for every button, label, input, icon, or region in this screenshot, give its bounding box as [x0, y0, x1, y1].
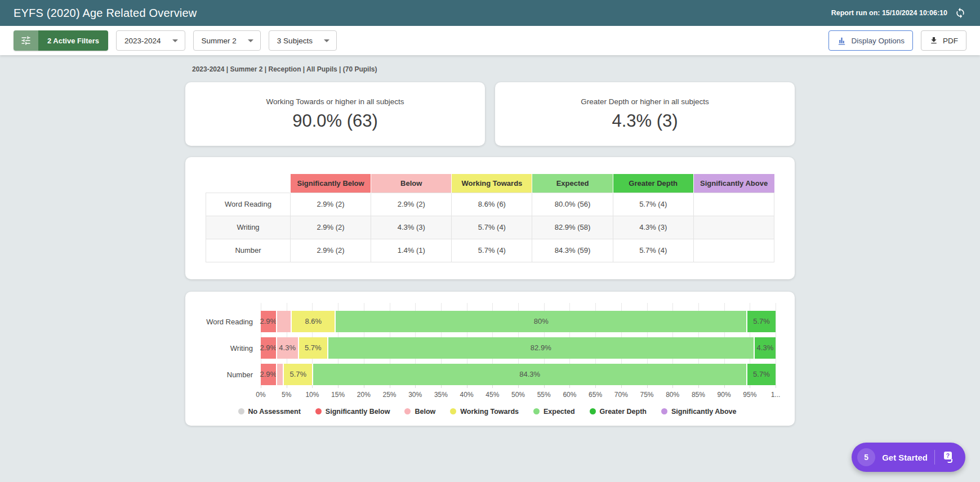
table-row: Word Reading2.9% (2)2.9% (2)8.6% (6)80.0… [206, 193, 774, 216]
axis-tick-mark [698, 385, 699, 388]
bar-segment-significantly-below: 2.9% [261, 364, 276, 385]
table-row: Number2.9% (2)1.4% (1)5.7% (4)84.3% (59)… [206, 239, 774, 262]
chart-bar-row: Number2.9%5.7%84.3%5.7% [261, 364, 776, 385]
display-options-button[interactable]: Display Options [828, 30, 913, 51]
chart-plot-area: Word Reading2.9%8.6%80%5.7%Writing2.9%4.… [261, 311, 776, 385]
legend-item-significantly-above[interactable]: Significantly Above [661, 408, 737, 416]
axis-tick-mark [776, 385, 776, 388]
axis-tick-mark [312, 385, 313, 388]
refresh-icon[interactable] [954, 7, 966, 19]
bar-segment-expected: 84.3% [312, 364, 746, 385]
table-corner-cell [206, 174, 291, 193]
axis-tick-label: 20% [357, 391, 371, 399]
chevron-down-icon [248, 39, 253, 42]
subjects-dropdown[interactable]: 3 Subjects [269, 30, 337, 51]
axis-tick-label: 65% [589, 391, 602, 399]
table-column-header: Greater Depth [613, 174, 693, 193]
legend-item-greater-depth[interactable]: Greater Depth [590, 408, 647, 416]
bar-segment-significantly-below: 2.9% [261, 337, 276, 359]
axis-tick-mark [647, 385, 648, 388]
bar-segment-below [276, 311, 291, 332]
table-column-header: Below [371, 174, 452, 193]
legend-item-expected[interactable]: Expected [533, 408, 575, 416]
legend-label: Below [415, 408, 435, 416]
axis-tick-label: 90% [718, 391, 731, 399]
chart-row-label: Word Reading [199, 317, 253, 325]
bar-segment-greater-depth: 5.7% [746, 364, 776, 385]
table-row-label: Writing [206, 216, 291, 239]
axis-tick-mark [415, 385, 416, 388]
table-cell: 2.9% (2) [371, 193, 452, 216]
term-dropdown[interactable]: Summer 2 [193, 30, 261, 51]
table-cell: 1.4% (1) [371, 239, 452, 262]
table-cell: 2.9% (2) [291, 193, 371, 216]
axis-tick-label: 85% [692, 391, 705, 399]
table-column-header: Expected [532, 174, 613, 193]
help-chat-icon[interactable]: ? [942, 450, 956, 465]
table-cell: 4.3% (3) [613, 216, 693, 239]
table-cell [693, 239, 774, 262]
table-row: Writing2.9% (2)4.3% (3)5.7% (4)82.9% (58… [206, 216, 774, 239]
legend-label: Greater Depth [600, 408, 647, 416]
axis-tick-mark [518, 385, 519, 388]
pdf-label: PDF [943, 37, 958, 45]
axis-tick-label: 1... [771, 391, 781, 399]
axis-tick-label: 75% [640, 391, 653, 399]
legend-dot [590, 408, 596, 414]
get-started-button[interactable]: 5 Get Started ? [852, 443, 965, 472]
table-cell: 5.7% (4) [452, 239, 532, 262]
stacked-bar-chart-card: Word Reading2.9%8.6%80%5.7%Writing2.9%4.… [185, 292, 795, 426]
table-cell: 2.9% (2) [291, 239, 371, 262]
pdf-button[interactable]: PDF [921, 30, 966, 51]
download-icon [929, 36, 938, 45]
axis-tick-mark [467, 385, 467, 388]
axis-tick-label: 15% [331, 391, 345, 399]
axis-tick-label: 55% [537, 391, 551, 399]
axis-tick-mark [724, 385, 725, 388]
chart-row-label: Writing [199, 343, 253, 352]
axis-tick-label: 45% [485, 391, 499, 399]
legend-item-working-towards[interactable]: Working Towards [450, 408, 519, 416]
legend-label: No Assessment [248, 408, 301, 416]
bar-segment-below: 4.3% [276, 337, 298, 359]
report-content: 2023-2024 | Summer 2 | Reception | All P… [0, 55, 980, 426]
axis-tick-label: 10% [305, 391, 319, 399]
get-started-label: Get Started [882, 453, 928, 462]
axis-tick-label: 25% [382, 391, 396, 399]
axis-tick-mark [621, 385, 622, 388]
filter-toolbar: 2 Active Filters 2023-2024 Summer 2 3 Su… [0, 26, 980, 55]
axis-tick-label: 40% [460, 391, 474, 399]
legend-item-below[interactable]: Below [404, 408, 435, 416]
bar-segment-below [276, 364, 283, 385]
table-cell: 5.7% (4) [452, 216, 532, 239]
breadcrumb: 2023-2024 | Summer 2 | Reception | All P… [192, 65, 795, 73]
summary-cards-row: Working Towards or higher in all subject… [185, 82, 795, 146]
legend-item-significantly-below[interactable]: Significantly Below [315, 408, 390, 416]
bar-track: 2.9%5.7%84.3%5.7% [261, 364, 776, 385]
year-dropdown[interactable]: 2023-2024 [116, 30, 185, 51]
chart-bar-row: Word Reading2.9%8.6%80%5.7% [261, 311, 776, 332]
legend-label: Significantly Below [326, 408, 390, 416]
bar-segment-greater-depth: 5.7% [746, 311, 776, 332]
legend-dot [404, 408, 411, 414]
axis-tick-mark [750, 385, 750, 388]
report-run: Report run on: 15/10/2024 10:06:10 [831, 7, 966, 19]
axis-tick-label: 35% [434, 391, 448, 399]
axis-tick-mark [261, 385, 261, 388]
table-cell [693, 193, 774, 216]
bar-track: 2.9%4.3%5.7%82.9%4.3% [261, 337, 776, 359]
legend-dot [315, 408, 322, 414]
axis-tick-label: 60% [563, 391, 576, 399]
active-filters-button[interactable]: 2 Active Filters [14, 30, 108, 51]
legend-label: Significantly Above [671, 408, 737, 416]
table-header-row: Significantly BelowBelowWorking TowardsE… [206, 174, 774, 193]
bar-segment-significantly-below: 2.9% [261, 311, 276, 332]
legend-item-no-assessment[interactable]: No Assessment [238, 408, 301, 416]
legend-dot [661, 408, 667, 414]
bar-track: 2.9%8.6%80%5.7% [261, 311, 776, 332]
axis-tick-mark [364, 385, 364, 388]
axis-tick-label: 95% [743, 391, 756, 399]
year-dropdown-value: 2023-2024 [124, 37, 161, 45]
report-run-timestamp: Report run on: 15/10/2024 10:06:10 [831, 9, 947, 17]
table-cell: 2.9% (2) [291, 216, 371, 239]
